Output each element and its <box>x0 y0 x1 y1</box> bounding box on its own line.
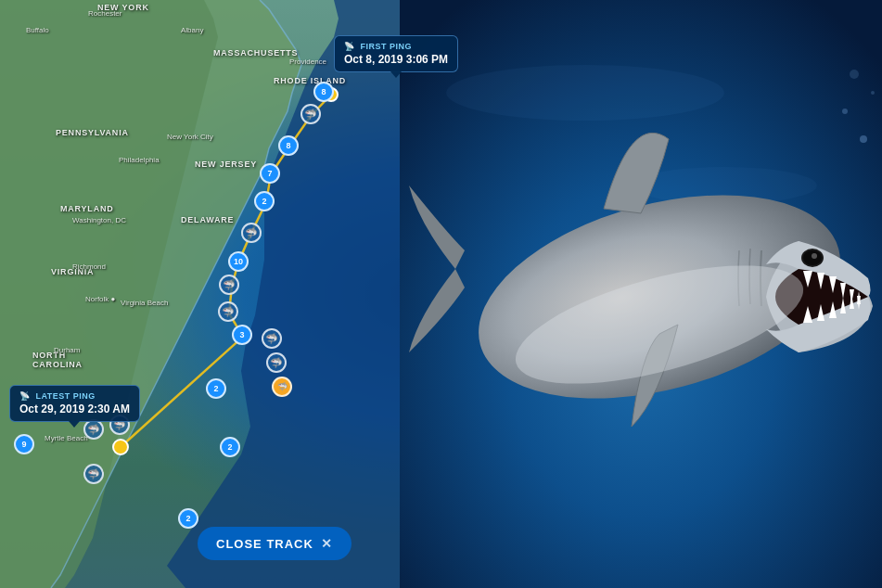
ping-marker-9[interactable]: 9 <box>14 434 34 454</box>
svg-point-25 <box>871 91 875 95</box>
latest-ping-title: 📡 LATEST PING <box>19 391 130 401</box>
ping-marker-2d[interactable]: 2 <box>178 508 198 529</box>
first-ping-date: Oct 8, 2019 3:06 PM <box>344 53 448 66</box>
shark-illustration <box>400 0 882 588</box>
satellite-icon-2: 📡 <box>19 391 31 401</box>
ping-marker-2c[interactable]: 2 <box>220 437 240 457</box>
latest-ping-bubble: 📡 LATEST PING Oct 29, 2019 2:30 AM <box>9 385 140 422</box>
ping-marker-shark-4[interactable]: 🦈 <box>218 301 238 322</box>
ping-marker-shark-9[interactable]: 🦈 <box>83 464 104 484</box>
svg-point-4 <box>446 65 724 121</box>
ping-marker-shark-2[interactable]: 🦈 <box>241 223 262 243</box>
ping-marker-8b[interactable]: 8 <box>278 135 299 156</box>
ping-marker-2a[interactable]: 2 <box>254 191 275 211</box>
ping-marker-shark-5[interactable]: 🦈 <box>262 328 282 349</box>
ping-marker-8a[interactable]: 8 <box>313 82 334 102</box>
svg-point-21 <box>812 253 817 259</box>
close-icon: ✕ <box>321 536 333 551</box>
ping-marker-7[interactable]: 7 <box>260 163 280 184</box>
satellite-icon-1: 📡 <box>344 42 355 51</box>
svg-point-24 <box>842 109 848 114</box>
first-ping-bubble: 📡 FIRST PING Oct 8, 2019 3:06 PM <box>334 35 458 72</box>
ping-marker-2b[interactable]: 2 <box>206 378 226 399</box>
latest-ping-date: Oct 29, 2019 2:30 AM <box>19 403 130 415</box>
ping-marker-10[interactable]: 10 <box>228 251 249 272</box>
shark-photo <box>400 0 882 588</box>
svg-point-23 <box>860 135 867 143</box>
close-track-button[interactable]: CLOSE Track ✕ <box>198 527 352 560</box>
ping-marker-orange[interactable]: 🦈 <box>272 377 292 397</box>
svg-point-26 <box>850 70 859 79</box>
ping-marker-shark-6[interactable]: 🦈 <box>266 352 287 373</box>
ping-marker-shark-8[interactable]: 🦈 <box>83 419 104 440</box>
ping-marker-3[interactable]: 3 <box>232 325 252 345</box>
close-track-label: CLOSE Track <box>216 537 313 551</box>
ping-marker-shark-1[interactable]: 🦈 <box>300 104 321 124</box>
ping-marker-shark-3[interactable]: 🦈 <box>219 275 239 295</box>
first-ping-title: 📡 FIRST PING <box>344 42 448 51</box>
